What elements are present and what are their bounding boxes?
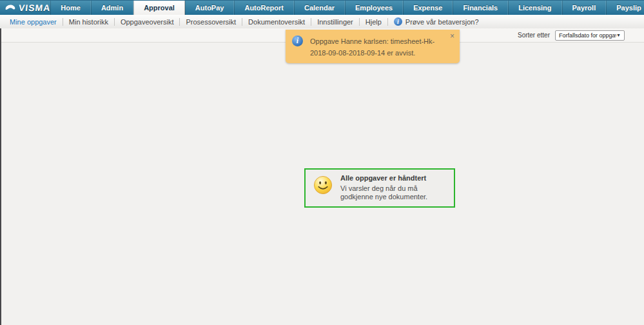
subnav-item-dokumentoversikt[interactable]: Dokumentoversikt [242,18,311,26]
subnav-item-oppgaveoversikt[interactable]: Oppgaveoversikt [115,18,181,26]
sort-dropdown-value: Forfallsdato for oppgave [559,32,616,39]
subnav-item-prosessoversikt[interactable]: Prosessoversikt [180,18,242,26]
subnav-item-min-historikk[interactable]: Min historikk [63,18,115,26]
tab-employees[interactable]: Employees [345,1,403,15]
all-tasks-handled-panel: Alle oppgaver er håndtert Vi varsler deg… [304,168,455,208]
visma-logo[interactable]: VISMA [0,1,50,15]
chevron-down-icon: ▼ [616,33,621,37]
visma-swirl-icon [5,4,16,12]
close-icon[interactable]: × [450,32,454,40]
empty-state-body: Vi varsler deg når du må godkjenne nye d… [340,184,447,201]
visma-logo-text: VISMA [18,3,51,13]
notification-toast: i Oppgave Hanne karlsen: timesheet-Hk-20… [286,30,460,63]
subnav-item-innstillinger[interactable]: Innstillinger [311,18,360,26]
top-navigation-bar: VISMA Home Admin Approval AutoPay AutoRe… [0,0,644,15]
subnav-item-mine-oppgaver[interactable]: Mine oppgaver [4,18,63,26]
tab-licensing[interactable]: Licensing [508,1,561,15]
beta-version-label: Prøve vår betaversjon? [405,18,479,26]
sub-navigation-bar: Mine oppgaver Min historikk Oppgaveovers… [0,15,644,28]
nav-tabs: Home Admin Approval AutoPay AutoReport C… [50,1,644,15]
tab-home[interactable]: Home [50,1,91,15]
tab-admin[interactable]: Admin [91,1,133,15]
info-icon: i [394,17,402,26]
subnav-item-hjelp[interactable]: Hjelp [360,18,388,26]
tab-autoreport[interactable]: AutoReport [234,1,294,15]
empty-state-title: Alle oppgaver er håndtert [340,174,447,182]
tab-expense[interactable]: Expense [403,1,453,15]
main-content-area: Sorter etter Forfallsdato for oppgave ▼ … [0,28,644,325]
tab-payslip[interactable]: Payslip [606,1,644,15]
sort-by-label: Sorter etter [518,32,550,39]
empty-state-text: Alle oppgaver er håndtert Vi varsler deg… [340,174,447,201]
tab-financials[interactable]: Financials [453,1,508,15]
tab-payroll[interactable]: Payroll [562,1,607,15]
tab-calendar[interactable]: Calendar [294,1,345,15]
toast-message: Oppgave Hanne karlsen: timesheet-Hk-2018… [310,37,434,57]
info-icon: i [292,35,303,46]
beta-version-link[interactable]: i Prøve vår betaversjon? [388,17,485,26]
tab-autopay[interactable]: AutoPay [185,1,235,15]
tab-approval[interactable]: Approval [133,1,185,15]
smiley-icon [313,175,333,195]
sort-dropdown[interactable]: Forfallsdato for oppgave ▼ [555,30,625,41]
